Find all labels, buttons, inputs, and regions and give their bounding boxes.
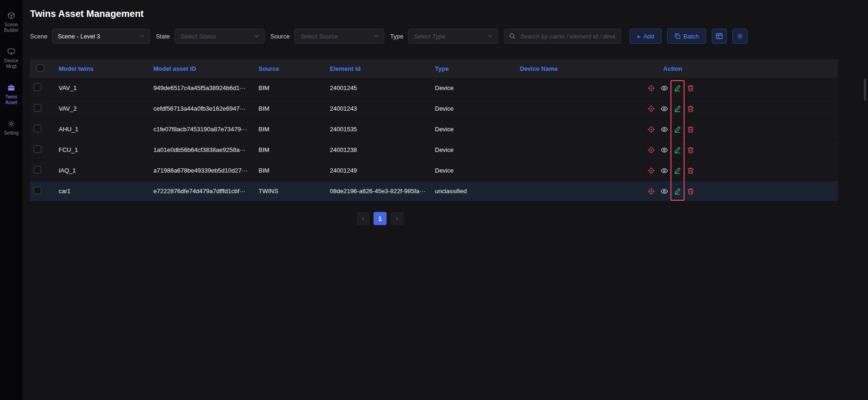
add-button[interactable]: + Add (630, 29, 662, 44)
cell-actions (644, 188, 730, 195)
select-all-checkbox[interactable] (37, 64, 44, 72)
sidebar-item-label: Twins Asset (0, 94, 23, 106)
table-row: IAQ_1 a71986a678be49339eb5d10d27··· BIM … (30, 160, 838, 181)
sidebar-item-device-mngt[interactable]: Device Mngt (0, 47, 23, 69)
cell-source: BIM (255, 84, 326, 91)
sidebar-item-twins-asset[interactable]: Twins Asset (0, 83, 23, 106)
locate-icon[interactable] (647, 84, 655, 92)
col-header-element-id: Element Id (326, 65, 431, 72)
delete-icon[interactable] (687, 84, 694, 92)
view-icon[interactable] (661, 126, 668, 133)
delete-icon[interactable] (687, 188, 694, 195)
table-header-row: Model twins Model asset ID Source Elemen… (30, 59, 838, 78)
row-checkbox[interactable] (34, 104, 41, 112)
sidebar-item-scene-builder[interactable]: Scene Builder (0, 11, 23, 33)
gear-icon (7, 120, 15, 128)
view-icon[interactable] (661, 188, 668, 195)
cell-model-twins: FCU_1 (55, 146, 150, 153)
edit-icon[interactable] (674, 105, 681, 113)
view-icon[interactable] (661, 84, 668, 92)
locate-icon[interactable] (647, 188, 655, 195)
cell-type: Device (431, 126, 516, 133)
cell-element-id: 24001245 (326, 84, 431, 91)
table-row: AHU_1 c1fe07f8acb7453190a87e73479··· BIM… (30, 119, 838, 140)
scene-select[interactable]: Scene - Level 3 (52, 29, 150, 44)
cell-model-twins: VAV_1 (55, 84, 150, 91)
chevron-down-icon (488, 35, 493, 38)
delete-icon[interactable] (687, 167, 694, 174)
row-checkbox[interactable] (34, 187, 41, 194)
delete-icon[interactable] (687, 105, 694, 113)
locate-icon[interactable] (647, 105, 655, 113)
cell-element-id: 24001243 (326, 105, 431, 112)
delete-icon[interactable] (687, 126, 694, 133)
sidebar: Scene Builder Device Mngt Twins Asset Se… (0, 0, 23, 400)
cell-type: Device (431, 167, 516, 174)
view-icon[interactable] (661, 167, 668, 174)
table-row: VAV_2 cefdf56713a44a0fb3e162e6947··· BIM… (30, 98, 838, 119)
batch-button[interactable]: Batch (667, 29, 706, 44)
search-icon (509, 33, 516, 39)
cell-source: BIM (255, 126, 326, 133)
locate-icon[interactable] (647, 126, 655, 133)
table-layout-button[interactable] (712, 29, 727, 44)
col-header-type: Type (431, 65, 516, 72)
cell-type: Device (431, 105, 516, 112)
source-filter-label: Source (270, 33, 289, 40)
sidebar-item-setting[interactable]: Setting (0, 120, 23, 136)
monitor-icon (7, 47, 15, 56)
col-header-model-twins: Model twins (55, 65, 150, 72)
cell-model-asset-id: e7222876dfe74d479a7dfffd1cbf··· (150, 188, 255, 195)
row-checkbox[interactable] (34, 145, 41, 153)
locate-icon[interactable] (647, 167, 655, 174)
cell-source: BIM (255, 167, 326, 174)
locate-icon[interactable] (647, 146, 655, 154)
state-select[interactable]: Select Status (175, 29, 265, 44)
row-checkbox[interactable] (34, 125, 41, 132)
app-root: Scene Builder Device Mngt Twins Asset Se… (0, 0, 868, 400)
next-page-button[interactable]: › (390, 212, 404, 225)
cell-actions (644, 105, 730, 113)
type-filter: Type Select Type (390, 29, 498, 44)
edit-icon[interactable] (674, 146, 681, 154)
copy-icon (674, 33, 681, 39)
type-filter-label: Type (390, 33, 403, 40)
delete-icon[interactable] (687, 146, 694, 154)
row-checkbox[interactable] (34, 166, 41, 174)
cell-model-asset-id: 949de6517c4a45f5a38924b6d1··· (150, 84, 255, 91)
pagination: ‹ 1 › (30, 212, 730, 225)
edit-icon[interactable] (674, 84, 681, 92)
edit-icon[interactable] (674, 188, 681, 195)
cell-type: Device (431, 84, 516, 91)
cell-type: unclassified (431, 188, 516, 195)
col-header-model-asset-id: Model asset ID (150, 65, 255, 72)
filter-bar: Scene Scene - Level 3 State Select Statu… (30, 29, 860, 44)
cell-source: BIM (255, 146, 326, 153)
edit-icon[interactable] (674, 167, 681, 174)
cell-element-id: 24001249 (326, 167, 431, 174)
cell-model-twins: IAQ_1 (55, 167, 150, 174)
table-row: FCU_1 1a01e0db56b64cf3838ae9258a··· BIM … (30, 140, 838, 160)
cube-icon (7, 11, 15, 20)
search-input[interactable] (519, 32, 616, 40)
state-filter-label: State (156, 33, 170, 40)
prev-page-button[interactable]: ‹ (357, 212, 370, 225)
source-select-placeholder: Select Source (300, 33, 338, 40)
view-icon[interactable] (661, 146, 668, 154)
main-content: Twins Asset Management Scene Scene - Lev… (23, 0, 868, 400)
cell-model-asset-id: cefdf56713a44a0fb3e162e6947··· (150, 105, 255, 112)
cell-element-id: 08de2196-a626-45e3-822f-985fa··· (326, 188, 431, 195)
sidebar-item-label: Setting (4, 130, 18, 136)
scrollbar-thumb[interactable] (864, 78, 866, 101)
cell-model-twins: AHU_1 (55, 126, 150, 133)
page-1-button[interactable]: 1 (373, 212, 387, 225)
col-header-device-name: Device Name (516, 65, 644, 72)
settings-button[interactable] (732, 29, 747, 44)
row-checkbox[interactable] (34, 83, 41, 91)
source-select[interactable]: Select Source (294, 29, 384, 44)
table-row: car1 e7222876dfe74d479a7dfffd1cbf··· TWI… (30, 181, 838, 202)
col-header-action: Action (644, 65, 702, 72)
type-select[interactable]: Select Type (408, 29, 498, 44)
view-icon[interactable] (661, 105, 668, 113)
edit-icon[interactable] (674, 126, 681, 133)
